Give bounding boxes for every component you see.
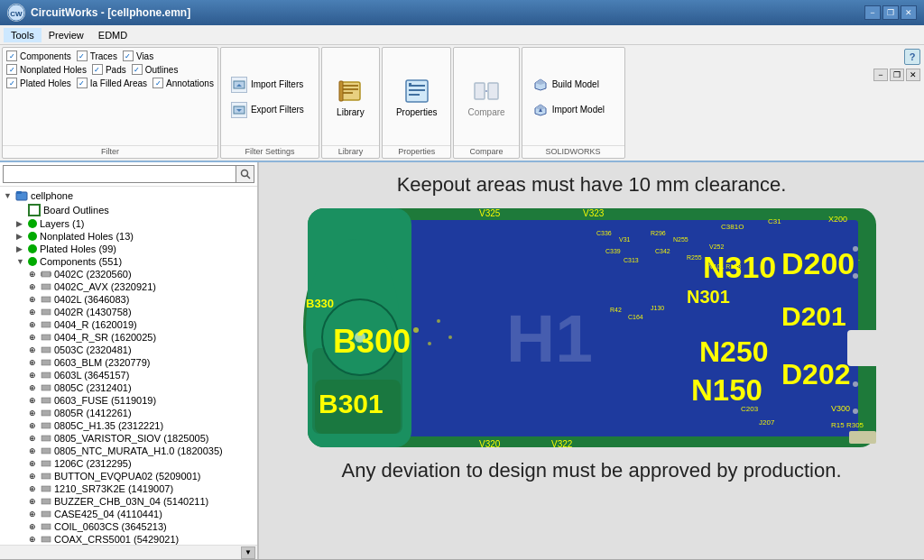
filter-annotations[interactable]: ✓ Annotations — [152, 78, 214, 88]
tree-plated[interactable]: ▶ Plated Holes (99) — [14, 243, 255, 255]
list-item[interactable]: ⊕ 0603L (3645157) — [27, 369, 255, 381]
close-button[interactable]: ✕ — [901, 5, 917, 20]
svg-rect-17 — [488, 83, 498, 99]
list-item[interactable]: ⊕ 1210_SR73K2E (1419007) — [27, 482, 255, 495]
import-model-button[interactable]: Import Model — [528, 99, 619, 121]
list-item[interactable]: ⊕ 0603_FUSE (5119019) — [27, 394, 255, 407]
svg-text:C339: C339 — [605, 248, 621, 254]
menu-edmd[interactable]: EDMD — [91, 28, 134, 42]
title-bar: CW CircuitWorks - [cellphone.emn] − ❐ ✕ — [0, 0, 924, 25]
filter-vias[interactable]: ✓ Vias — [123, 50, 153, 61]
tree-nonplated[interactable]: ▶ Nonplated Holes (13) — [14, 230, 255, 243]
traces-checkbox[interactable]: ✓ — [77, 50, 88, 61]
list-item[interactable]: ⊕ 0404_R_SR (1620025) — [27, 331, 255, 344]
library-button[interactable]: Library — [328, 72, 373, 122]
list-item[interactable]: ⊕ BUTTON_EVQPUA02 (5209001) — [27, 470, 255, 482]
restore-button[interactable]: ❐ — [882, 5, 899, 20]
filter-traces[interactable]: ✓ Traces — [77, 50, 117, 61]
export-filters-button[interactable]: Export Filters — [226, 99, 313, 121]
comp-label: 0402L (3646083) — [54, 294, 129, 305]
filter-components[interactable]: ✓ Components — [6, 50, 71, 61]
filter-settings-label: Filter Settings — [221, 145, 319, 156]
list-item[interactable]: ⊕ 0603_BLM (2320779) — [27, 356, 255, 369]
svg-text:C203: C203 — [741, 405, 759, 413]
tree-components[interactable]: ▼ Components (551) — [14, 255, 255, 268]
list-item[interactable]: ⊕ 0402L (3646083) — [27, 293, 255, 306]
nonplated-checkbox[interactable]: ✓ — [6, 64, 17, 75]
filled-label: Ia Filled Areas — [90, 78, 147, 88]
pads-checkbox[interactable]: ✓ — [92, 64, 103, 75]
plated-checkbox[interactable]: ✓ — [6, 78, 17, 88]
app-title: CircuitWorks - [cellphone.emn] — [31, 6, 190, 19]
list-item[interactable]: ⊕ COIL_0603CS (3645213) — [27, 520, 255, 533]
comp-label: 0805C (2312401) — [54, 382, 132, 393]
menu-preview[interactable]: Preview — [42, 28, 91, 42]
list-item[interactable]: ⊕ 0805C_H1.35 (2312221) — [27, 419, 255, 432]
svg-rect-7 — [342, 85, 358, 87]
filter-group-label: Filter — [3, 145, 217, 156]
filter-plated[interactable]: ✓ Plated Holes — [6, 78, 71, 88]
message-top: Keepout areas must have 10 mm clearance. — [397, 173, 787, 197]
comp-label: CASE425_04 (4110441) — [54, 509, 162, 519]
ribbon-minimize[interactable]: − — [873, 69, 888, 81]
comp-icon — [41, 433, 51, 444]
list-item[interactable]: ⊕ 0402C (2320560) — [27, 268, 255, 280]
filled-checkbox[interactable]: ✓ — [77, 78, 88, 88]
compare-button[interactable]: Compare — [459, 72, 513, 122]
minimize-button[interactable]: − — [864, 5, 881, 20]
list-item[interactable]: ⊕ 0805_VARISTOR_SIOV (1825005) — [27, 432, 255, 445]
comp-label: 0603_BLM (2320779) — [54, 357, 150, 368]
outlines-checkbox[interactable]: ✓ — [132, 64, 143, 75]
build-model-button[interactable]: Build Model — [528, 74, 619, 96]
list-item[interactable]: ⊕ CASE425_04 (4110441) — [27, 508, 255, 520]
ribbon-window-controls: − ❐ ✕ — [873, 69, 920, 81]
comp-label: COIL_0603CS (3645213) — [54, 521, 167, 532]
import-filters-button[interactable]: Import Filters — [226, 74, 313, 96]
ribbon-compare-group: Compare Compare — [453, 47, 519, 159]
svg-text:C336: C336 — [596, 230, 612, 236]
scroll-down[interactable]: ▼ — [241, 546, 255, 559]
properties-button[interactable]: Properties — [388, 72, 446, 122]
plated-expand: ▶ — [16, 244, 25, 253]
export-filters-label: Export Filters — [251, 105, 304, 115]
tree-root[interactable]: ▼ cellphone — [2, 188, 255, 203]
help-button[interactable]: ? — [904, 49, 920, 65]
tree-layers[interactable]: ▶ Layers (1) — [14, 217, 255, 230]
filter-pads[interactable]: ✓ Pads — [92, 64, 126, 75]
svg-rect-32 — [42, 284, 51, 289]
filter-filled[interactable]: ✓ Ia Filled Areas — [77, 78, 147, 88]
menu-tools[interactable]: Tools — [4, 28, 42, 42]
svg-text:R42: R42 — [610, 307, 622, 313]
components-checkbox[interactable]: ✓ — [6, 50, 17, 61]
tree-board-outlines[interactable]: Board Outlines — [14, 203, 255, 217]
plated-dot-icon — [28, 244, 37, 253]
filter-nonplated[interactable]: ✓ Nonplated Holes — [6, 64, 87, 75]
comp-label: 0402C (2320560) — [54, 269, 132, 280]
vias-checkbox[interactable]: ✓ — [123, 50, 134, 61]
list-item[interactable]: ⊕ 0805_NTC_MURATA_H1.0 (1820035) — [27, 445, 255, 457]
list-item[interactable]: ⊕ COAX_CRS5001 (5429021) — [27, 533, 255, 545]
list-item[interactable]: ⊕ 0404_R (1620019) — [27, 318, 255, 331]
outlines-label: Outlines — [145, 65, 179, 75]
import-model-label: Import Model — [552, 105, 605, 115]
search-input[interactable] — [3, 165, 236, 183]
library-group-label: Library — [322, 145, 379, 156]
comp-label: 0805_NTC_MURATA_H1.0 (1820035) — [54, 445, 223, 456]
svg-rect-29 — [42, 271, 51, 277]
list-item[interactable]: ⊕ 0503C (2320481) — [27, 344, 255, 356]
filter-outlines[interactable]: ✓ Outlines — [132, 64, 179, 75]
search-button[interactable] — [236, 165, 254, 183]
list-item[interactable]: ⊕ 0805C (2312401) — [27, 381, 255, 394]
svg-rect-52 — [42, 537, 51, 542]
list-item[interactable]: ⊕ 1206C (2312295) — [27, 457, 255, 470]
svg-rect-43 — [42, 423, 51, 428]
svg-line-25 — [246, 176, 250, 179]
annotations-checkbox[interactable]: ✓ — [152, 78, 163, 88]
svg-text:J130: J130 — [651, 305, 664, 311]
list-item[interactable]: ⊕ 0402R (1430758) — [27, 306, 255, 318]
list-item[interactable]: ⊕ BUZZER_CHB_03N_04 (5140211) — [27, 495, 255, 508]
list-item[interactable]: ⊕ 0805R (1412261) — [27, 407, 255, 419]
list-item[interactable]: ⊕ 0402C_AVX (2320921) — [27, 280, 255, 293]
ribbon-close[interactable]: ✕ — [906, 69, 920, 81]
ribbon-restore[interactable]: ❐ — [890, 69, 904, 81]
